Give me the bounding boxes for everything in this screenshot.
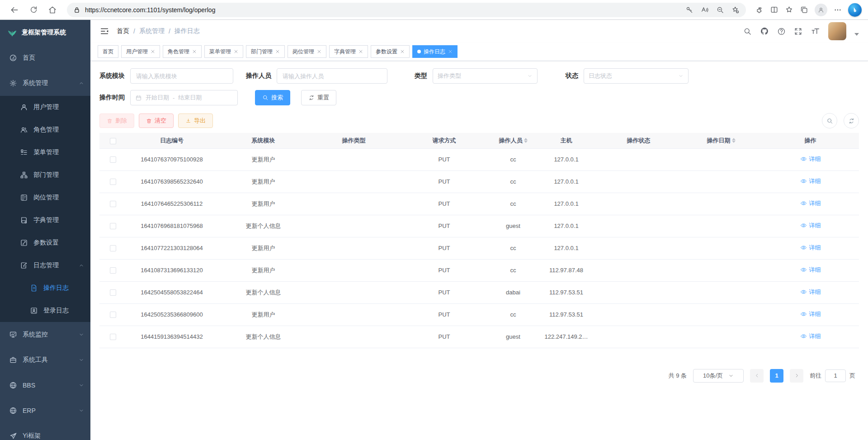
sidebar-item-users[interactable]: 用户管理 <box>0 96 90 118</box>
sidebar-item-bbs[interactable]: BBS <box>0 373 90 398</box>
row-checkbox[interactable] <box>110 289 116 296</box>
avatar-dropdown-caret-icon[interactable] <box>854 33 859 36</box>
extensions-puzzle-icon[interactable] <box>755 5 764 14</box>
detail-link[interactable]: 详细 <box>800 288 821 296</box>
tab-post-management[interactable]: 岗位管理 <box>288 45 326 58</box>
sidebar-item-tools[interactable]: 系统工具 <box>0 347 90 373</box>
collections-icon[interactable] <box>800 5 808 14</box>
header-search-icon[interactable] <box>743 27 752 36</box>
detail-link[interactable]: 详细 <box>800 332 821 341</box>
browser-home-button[interactable] <box>44 2 61 18</box>
tab-close-icon[interactable] <box>151 49 155 54</box>
page-number-button[interactable]: 1 <box>770 369 783 383</box>
table-row[interactable]: 1641076370975100928 更新用户 PUT cc 127.0.0.… <box>99 148 859 170</box>
table-row[interactable]: 1641076398565232640 更新用户 PUT cc 127.0.0.… <box>99 170 859 193</box>
detail-link[interactable]: 详细 <box>800 177 821 185</box>
tab-home[interactable]: 首页 <box>98 45 118 58</box>
detail-link[interactable]: 详细 <box>800 266 821 274</box>
browser-profile-avatar[interactable] <box>815 4 827 16</box>
zoom-out-icon[interactable] <box>716 6 724 14</box>
sidebar-item-dictionary[interactable]: 字典管理 <box>0 209 90 232</box>
tab-role-management[interactable]: 角色管理 <box>163 45 202 58</box>
user-avatar[interactable] <box>828 22 846 40</box>
split-screen-icon[interactable] <box>770 5 778 14</box>
sidebar-item-erp[interactable]: ERP <box>0 398 90 423</box>
row-checkbox[interactable] <box>110 201 116 207</box>
export-button[interactable]: 导出 <box>178 114 213 128</box>
tab-close-icon[interactable] <box>317 49 321 54</box>
tab-close-icon[interactable] <box>192 49 197 54</box>
column-header-date-sort[interactable]: 操作日期 <box>707 137 736 145</box>
row-checkbox[interactable] <box>110 334 116 340</box>
search-button[interactable]: 搜索 <box>255 90 290 105</box>
clear-button[interactable]: 清空 <box>139 114 174 128</box>
sidebar-item-system[interactable]: 系统管理 <box>0 71 90 96</box>
sidebar-item-yi-framework[interactable]: Yi框架 <box>0 423 90 440</box>
help-icon[interactable] <box>777 27 786 36</box>
operator-filter-input[interactable] <box>277 68 387 84</box>
read-aloud-icon[interactable] <box>701 6 709 14</box>
sidebar-item-posts[interactable]: 岗位管理 <box>0 186 90 209</box>
date-range-picker[interactable]: 开始日期 - 结束日期 <box>130 90 238 105</box>
browser-back-button[interactable] <box>6 2 23 18</box>
sidebar-item-login-log[interactable]: 登录日志 <box>0 299 90 322</box>
favorites-bar-icon[interactable] <box>785 5 793 14</box>
tab-menu-management[interactable]: 菜单管理 <box>204 45 243 58</box>
sidebar-item-roles[interactable]: 角色管理 <box>0 118 90 141</box>
table-row[interactable]: 1642504558053822464 更新个人信息 PUT dabai 112… <box>99 281 859 303</box>
next-page-button[interactable] <box>790 369 803 383</box>
show-search-toggle-button[interactable] <box>822 113 837 128</box>
detail-link[interactable]: 详细 <box>800 155 821 163</box>
prev-page-button[interactable] <box>750 369 764 383</box>
row-checkbox[interactable] <box>110 156 116 163</box>
tab-close-icon[interactable] <box>275 49 280 54</box>
table-row[interactable]: 1642505235366809600 更新用户 PUT cc 112.97.5… <box>99 303 859 326</box>
table-row[interactable]: 1641076465225306112 更新用户 PUT cc 127.0.0.… <box>99 193 859 215</box>
table-row[interactable]: 1644159136394514432 更新个人信息 PUT guest 122… <box>99 326 859 348</box>
select-all-checkbox[interactable] <box>110 138 116 144</box>
module-filter-input[interactable] <box>130 68 233 84</box>
sidebar-item-home[interactable]: 首页 <box>0 45 90 71</box>
row-checkbox[interactable] <box>110 223 116 229</box>
detail-link[interactable]: 详细 <box>800 222 821 230</box>
sidebar-item-departments[interactable]: 部门管理 <box>0 164 90 186</box>
tab-dept-management[interactable]: 部门管理 <box>246 45 285 58</box>
delete-button[interactable]: 删除 <box>99 114 134 128</box>
sidebar-item-parameters[interactable]: 参数设置 <box>0 232 90 254</box>
tab-dict-management[interactable]: 字典管理 <box>329 45 368 58</box>
github-icon[interactable] <box>760 27 769 36</box>
tab-close-icon[interactable] <box>359 49 363 54</box>
row-checkbox[interactable] <box>110 179 116 185</box>
reset-button[interactable]: 重置 <box>301 90 336 105</box>
detail-link[interactable]: 详细 <box>800 199 821 208</box>
tab-close-icon[interactable] <box>448 49 453 54</box>
fullscreen-icon[interactable] <box>794 27 802 36</box>
type-filter-select[interactable]: 操作类型 <box>433 68 538 84</box>
goto-page-input[interactable] <box>825 369 846 382</box>
row-checkbox[interactable] <box>110 245 116 251</box>
column-header-operator-sort[interactable]: 操作人员 <box>499 137 528 145</box>
tab-user-management[interactable]: 用户管理 <box>121 45 160 58</box>
collapse-menu-button[interactable] <box>99 26 109 36</box>
bing-copilot-icon[interactable] <box>848 3 862 17</box>
password-key-icon[interactable] <box>685 6 693 14</box>
breadcrumb-home[interactable]: 首页 <box>117 27 129 35</box>
tab-close-icon[interactable] <box>400 49 405 54</box>
table-row[interactable]: 1641087313696133120 更新用户 PUT cc 112.97.8… <box>99 259 859 281</box>
browser-menu-ellipsis-icon[interactable] <box>834 6 842 14</box>
sidebar-item-operation-log[interactable]: 操作日志 <box>0 277 90 299</box>
font-size-icon[interactable] <box>811 27 820 36</box>
sidebar-item-logs[interactable]: 日志管理 <box>0 254 90 277</box>
row-checkbox[interactable] <box>110 312 116 318</box>
sidebar-item-monitor[interactable]: 系统监控 <box>0 322 90 347</box>
address-bar[interactable]: https://ccnetcore.com:1101/system/log/op… <box>67 3 746 17</box>
row-checkbox[interactable] <box>110 267 116 274</box>
refresh-table-button[interactable] <box>844 113 859 128</box>
table-row[interactable]: 1641076968181075968 更新个人信息 PUT guest 127… <box>99 215 859 237</box>
detail-link[interactable]: 详细 <box>800 244 821 252</box>
tab-operation-log[interactable]: 操作日志 <box>412 45 458 58</box>
favorite-star-add-icon[interactable] <box>731 6 740 14</box>
sidebar-item-menus[interactable]: 菜单管理 <box>0 141 90 164</box>
tab-close-icon[interactable] <box>234 49 238 54</box>
browser-refresh-button[interactable] <box>25 2 42 18</box>
